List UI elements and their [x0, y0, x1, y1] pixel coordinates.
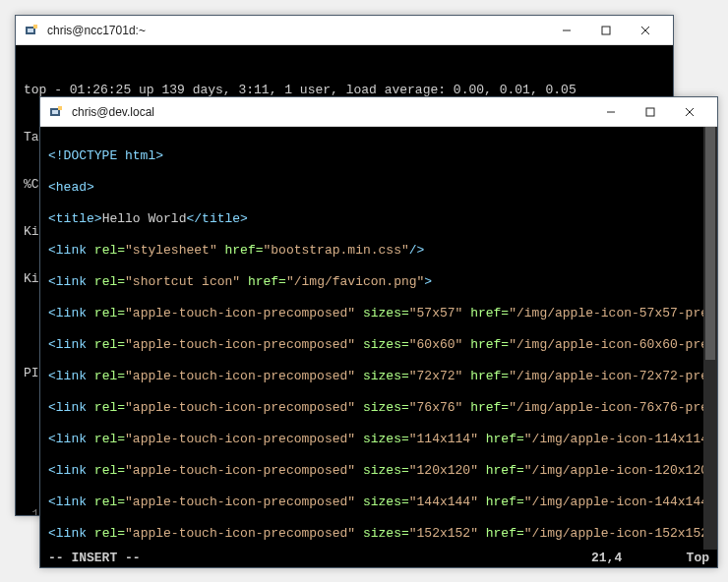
title-front: chris@dev.local: [72, 105, 591, 119]
putty-icon: [48, 104, 64, 120]
code-line: <link rel="apple-touch-icon-precomposed"…: [48, 432, 709, 447]
titlebar-back[interactable]: chris@ncc1701d:~: [16, 16, 673, 45]
code-line: <link rel="shortcut icon" href="/img/fav…: [48, 274, 709, 290]
code-line: <link rel="apple-touch-icon-precomposed"…: [48, 463, 709, 479]
code-line: <link rel="apple-touch-icon-precomposed"…: [48, 306, 709, 321]
editor-body[interactable]: <!DOCTYPE html> <head> <title>Hello Worl…: [40, 127, 717, 567]
terminal-window-front[interactable]: chris@dev.local <!DOCTYPE html> <head> <…: [39, 96, 718, 568]
svg-rect-2: [33, 25, 37, 29]
scrollbar[interactable]: [703, 127, 717, 550]
minimize-button-front[interactable]: [591, 97, 631, 127]
titlebar-front[interactable]: chris@dev.local: [40, 97, 717, 127]
status-scroll: Top: [670, 551, 709, 566]
code-line: <link rel="apple-touch-icon-precomposed"…: [48, 337, 709, 353]
svg-rect-1: [28, 29, 33, 32]
scrollbar-thumb[interactable]: [705, 127, 715, 360]
minimize-button-back[interactable]: [547, 16, 586, 45]
code-line: <link rel="apple-touch-icon-precomposed"…: [48, 495, 709, 510]
close-button-front[interactable]: [670, 97, 709, 127]
svg-rect-11: [646, 108, 654, 116]
gutter: 1: [24, 507, 39, 515]
status-bar: -- INSERT -- 21,4 Top: [40, 550, 717, 567]
code-line: <link rel="apple-touch-icon-precomposed"…: [48, 369, 709, 384]
code-line: <link rel="apple-touch-icon-precomposed"…: [48, 526, 709, 542]
code-line: <title>Hello World</title>: [48, 211, 709, 227]
close-button-back[interactable]: [626, 16, 665, 45]
svg-rect-9: [58, 106, 62, 110]
code-line: <!DOCTYPE html>: [48, 148, 709, 164]
title-back: chris@ncc1701d:~: [47, 24, 547, 37]
svg-rect-8: [52, 110, 58, 114]
status-pos: 21,4: [591, 551, 670, 566]
putty-icon: [24, 23, 39, 38]
maximize-button-back[interactable]: [586, 16, 626, 45]
status-mode: -- INSERT --: [48, 551, 591, 566]
code-line: <head>: [48, 180, 709, 196]
code-line: <link rel="apple-touch-icon-precomposed"…: [48, 400, 709, 416]
svg-rect-4: [602, 27, 610, 34]
code-line: <link rel="stylesheet" href="bootstrap.m…: [48, 243, 709, 259]
maximize-button-front[interactable]: [631, 97, 670, 127]
